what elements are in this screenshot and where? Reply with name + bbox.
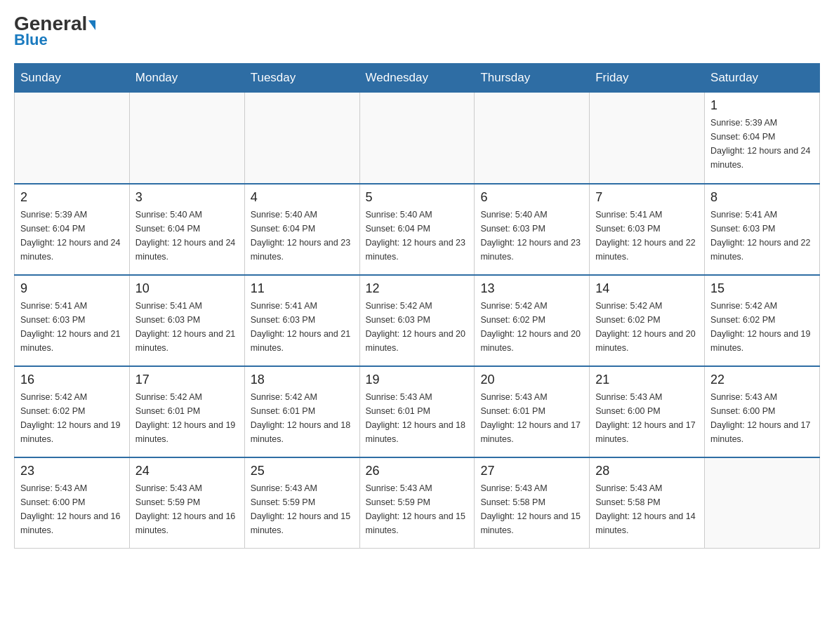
day-number: 16 xyxy=(20,373,124,387)
day-info: Sunrise: 5:42 AMSunset: 6:01 PMDaylight:… xyxy=(251,390,354,446)
day-number: 21 xyxy=(595,373,699,387)
day-info: Sunrise: 5:43 AMSunset: 5:59 PMDaylight:… xyxy=(135,481,239,537)
day-number: 1 xyxy=(710,98,814,113)
day-number: 23 xyxy=(20,464,124,478)
calendar-cell: 25Sunrise: 5:43 AMSunset: 5:59 PMDayligh… xyxy=(244,457,359,549)
calendar-cell xyxy=(129,93,244,184)
calendar-week-4: 16Sunrise: 5:42 AMSunset: 6:02 PMDayligh… xyxy=(15,366,820,457)
day-info: Sunrise: 5:40 AMSunset: 6:04 PMDaylight:… xyxy=(251,208,354,264)
day-info: Sunrise: 5:40 AMSunset: 6:04 PMDaylight:… xyxy=(135,208,239,264)
day-number: 26 xyxy=(366,464,469,478)
day-number: 5 xyxy=(366,190,469,205)
day-info: Sunrise: 5:42 AMSunset: 6:02 PMDaylight:… xyxy=(595,299,699,355)
day-info: Sunrise: 5:40 AMSunset: 6:03 PMDaylight:… xyxy=(480,208,583,264)
day-info: Sunrise: 5:43 AMSunset: 5:58 PMDaylight:… xyxy=(480,481,583,537)
day-info: Sunrise: 5:43 AMSunset: 6:00 PMDaylight:… xyxy=(20,481,124,537)
calendar-cell: 22Sunrise: 5:43 AMSunset: 6:00 PMDayligh… xyxy=(705,366,820,457)
day-number: 12 xyxy=(366,281,469,296)
calendar-cell: 12Sunrise: 5:42 AMSunset: 6:03 PMDayligh… xyxy=(359,275,475,366)
day-number: 24 xyxy=(135,464,239,478)
calendar-cell: 7Sunrise: 5:41 AMSunset: 6:03 PMDaylight… xyxy=(590,184,705,275)
header-saturday: Saturday xyxy=(705,64,820,93)
calendar-cell: 19Sunrise: 5:43 AMSunset: 6:01 PMDayligh… xyxy=(359,366,475,457)
day-number: 27 xyxy=(480,464,583,478)
header-sunday: Sunday xyxy=(15,64,130,93)
day-info: Sunrise: 5:42 AMSunset: 6:01 PMDaylight:… xyxy=(135,390,239,446)
day-info: Sunrise: 5:43 AMSunset: 6:01 PMDaylight:… xyxy=(366,390,469,446)
day-number: 22 xyxy=(710,373,814,387)
day-info: Sunrise: 5:42 AMSunset: 6:03 PMDaylight:… xyxy=(366,299,469,355)
calendar-cell: 23Sunrise: 5:43 AMSunset: 6:00 PMDayligh… xyxy=(15,457,130,549)
calendar-cell: 13Sunrise: 5:42 AMSunset: 6:02 PMDayligh… xyxy=(475,275,590,366)
logo-blue: Blue xyxy=(14,31,48,49)
calendar-cell: 24Sunrise: 5:43 AMSunset: 5:59 PMDayligh… xyxy=(129,457,244,549)
calendar-cell: 11Sunrise: 5:41 AMSunset: 6:03 PMDayligh… xyxy=(244,275,359,366)
day-info: Sunrise: 5:43 AMSunset: 5:59 PMDaylight:… xyxy=(366,481,469,537)
calendar-cell: 14Sunrise: 5:42 AMSunset: 6:02 PMDayligh… xyxy=(590,275,705,366)
day-info: Sunrise: 5:41 AMSunset: 6:03 PMDaylight:… xyxy=(251,299,354,355)
calendar-header-row: SundayMondayTuesdayWednesdayThursdayFrid… xyxy=(15,64,820,93)
calendar-table: SundayMondayTuesdayWednesdayThursdayFrid… xyxy=(14,63,820,549)
calendar-cell xyxy=(359,93,475,184)
calendar-week-5: 23Sunrise: 5:43 AMSunset: 6:00 PMDayligh… xyxy=(15,457,820,549)
calendar-cell: 2Sunrise: 5:39 AMSunset: 6:04 PMDaylight… xyxy=(15,184,130,275)
day-number: 17 xyxy=(135,373,239,387)
header-tuesday: Tuesday xyxy=(244,64,359,93)
day-info: Sunrise: 5:41 AMSunset: 6:03 PMDaylight:… xyxy=(710,208,814,264)
calendar-cell: 5Sunrise: 5:40 AMSunset: 6:04 PMDaylight… xyxy=(359,184,475,275)
day-number: 28 xyxy=(595,464,699,478)
day-info: Sunrise: 5:41 AMSunset: 6:03 PMDaylight:… xyxy=(595,208,699,264)
day-number: 8 xyxy=(710,190,814,205)
day-info: Sunrise: 5:43 AMSunset: 5:58 PMDaylight:… xyxy=(595,481,699,537)
day-info: Sunrise: 5:41 AMSunset: 6:03 PMDaylight:… xyxy=(135,299,239,355)
calendar-cell xyxy=(590,93,705,184)
calendar-cell: 1Sunrise: 5:39 AMSunset: 6:04 PMDaylight… xyxy=(705,93,820,184)
day-number: 11 xyxy=(251,281,354,296)
calendar-week-1: 1Sunrise: 5:39 AMSunset: 6:04 PMDaylight… xyxy=(15,93,820,184)
logo-triangle-icon xyxy=(88,20,95,30)
day-number: 10 xyxy=(135,281,239,296)
day-number: 19 xyxy=(366,373,469,387)
calendar-week-2: 2Sunrise: 5:39 AMSunset: 6:04 PMDaylight… xyxy=(15,184,820,275)
day-info: Sunrise: 5:39 AMSunset: 6:04 PMDaylight:… xyxy=(20,208,124,264)
day-number: 13 xyxy=(480,281,583,296)
day-info: Sunrise: 5:43 AMSunset: 6:00 PMDaylight:… xyxy=(595,390,699,446)
calendar-cell: 27Sunrise: 5:43 AMSunset: 5:58 PMDayligh… xyxy=(475,457,590,549)
day-info: Sunrise: 5:42 AMSunset: 6:02 PMDaylight:… xyxy=(710,299,814,355)
header-thursday: Thursday xyxy=(475,64,590,93)
logo: General Blue xyxy=(14,14,95,49)
day-number: 3 xyxy=(135,190,239,205)
calendar-cell: 18Sunrise: 5:42 AMSunset: 6:01 PMDayligh… xyxy=(244,366,359,457)
day-info: Sunrise: 5:42 AMSunset: 6:02 PMDaylight:… xyxy=(20,390,124,446)
day-number: 6 xyxy=(480,190,583,205)
day-info: Sunrise: 5:42 AMSunset: 6:02 PMDaylight:… xyxy=(480,299,583,355)
calendar-cell xyxy=(475,93,590,184)
calendar-cell: 3Sunrise: 5:40 AMSunset: 6:04 PMDaylight… xyxy=(129,184,244,275)
calendar-cell: 26Sunrise: 5:43 AMSunset: 5:59 PMDayligh… xyxy=(359,457,475,549)
calendar-cell: 6Sunrise: 5:40 AMSunset: 6:03 PMDaylight… xyxy=(475,184,590,275)
page-header: General Blue xyxy=(14,14,820,49)
day-number: 25 xyxy=(251,464,354,478)
day-info: Sunrise: 5:43 AMSunset: 5:59 PMDaylight:… xyxy=(251,481,354,537)
day-info: Sunrise: 5:40 AMSunset: 6:04 PMDaylight:… xyxy=(366,208,469,264)
day-info: Sunrise: 5:43 AMSunset: 6:00 PMDaylight:… xyxy=(710,390,814,446)
calendar-cell: 15Sunrise: 5:42 AMSunset: 6:02 PMDayligh… xyxy=(705,275,820,366)
day-number: 2 xyxy=(20,190,124,205)
calendar-cell: 4Sunrise: 5:40 AMSunset: 6:04 PMDaylight… xyxy=(244,184,359,275)
header-friday: Friday xyxy=(590,64,705,93)
day-number: 9 xyxy=(20,281,124,296)
calendar-cell: 9Sunrise: 5:41 AMSunset: 6:03 PMDaylight… xyxy=(15,275,130,366)
day-number: 15 xyxy=(710,281,814,296)
calendar-cell: 28Sunrise: 5:43 AMSunset: 5:58 PMDayligh… xyxy=(590,457,705,549)
day-number: 7 xyxy=(595,190,699,205)
calendar-cell: 17Sunrise: 5:42 AMSunset: 6:01 PMDayligh… xyxy=(129,366,244,457)
day-info: Sunrise: 5:43 AMSunset: 6:01 PMDaylight:… xyxy=(480,390,583,446)
day-info: Sunrise: 5:41 AMSunset: 6:03 PMDaylight:… xyxy=(20,299,124,355)
calendar-cell: 20Sunrise: 5:43 AMSunset: 6:01 PMDayligh… xyxy=(475,366,590,457)
calendar-cell: 16Sunrise: 5:42 AMSunset: 6:02 PMDayligh… xyxy=(15,366,130,457)
day-number: 18 xyxy=(251,373,354,387)
calendar-cell xyxy=(15,93,130,184)
day-info: Sunrise: 5:39 AMSunset: 6:04 PMDaylight:… xyxy=(710,116,814,172)
header-wednesday: Wednesday xyxy=(359,64,475,93)
calendar-cell: 8Sunrise: 5:41 AMSunset: 6:03 PMDaylight… xyxy=(705,184,820,275)
